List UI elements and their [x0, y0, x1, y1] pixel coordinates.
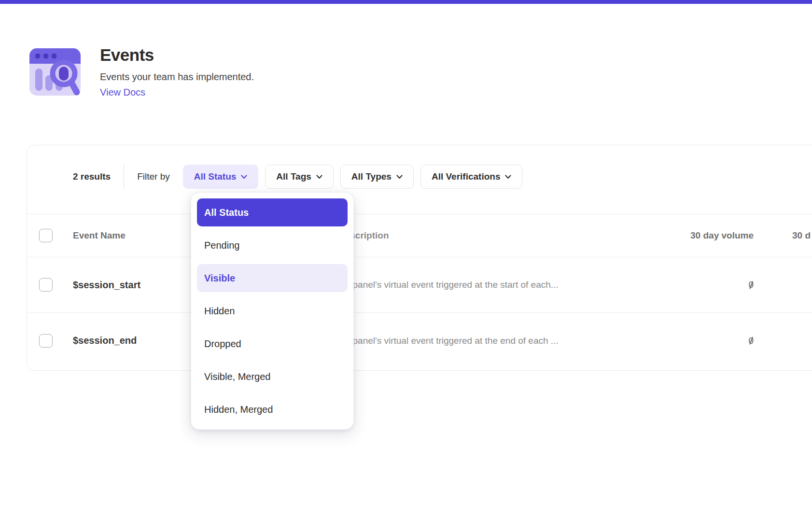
event-30-day-volume: 0 — [628, 280, 780, 290]
slashed-zero-value: 0 — [748, 336, 754, 346]
table-row: $session_end Mixpanel's virtual event tr… — [27, 313, 812, 368]
select-all-checkbox[interactable] — [39, 229, 53, 242]
filter-button-verifications[interactable]: All Verifications — [420, 165, 523, 189]
select-all-cell — [27, 229, 66, 242]
row-checkbox[interactable] — [39, 334, 53, 348]
filter-toolbar: 2 results Filter by All Status All Tags … — [73, 165, 812, 189]
event-description: Mixpanel's virtual event triggered at th… — [329, 280, 628, 290]
table-header-row: Event Name Description 30 day volume 30 … — [27, 214, 812, 257]
dropdown-option-hidden-merged[interactable]: Hidden, Merged — [197, 395, 348, 423]
slashed-zero-value: 0 — [748, 280, 754, 290]
filter-button-verifications-label: All Verifications — [432, 171, 501, 182]
filter-button-types-label: All Types — [351, 171, 392, 182]
row-checkbox[interactable] — [39, 278, 53, 292]
page-title: Events — [100, 45, 254, 65]
filter-button-status[interactable]: All Status — [183, 165, 259, 189]
event-30-day-volume: 0 — [628, 336, 780, 346]
row-select-cell — [27, 334, 66, 348]
chevron-down-icon — [316, 175, 322, 179]
results-count: 2 results — [73, 171, 111, 182]
dropdown-option-visible-merged[interactable]: Visible, Merged — [197, 363, 348, 391]
table-row: $session_start Mixpanel's virtual event … — [27, 257, 812, 313]
status-filter-dropdown: All Status Pending Visible Hidden Droppe… — [191, 192, 354, 430]
dropdown-option-pending[interactable]: Pending — [197, 231, 348, 259]
page-header: Events Events your team has implemented.… — [27, 43, 254, 100]
dropdown-option-all-status[interactable]: All Status — [197, 198, 348, 226]
row-select-cell — [27, 278, 66, 292]
event-description: Mixpanel's virtual event triggered at th… — [329, 336, 628, 346]
filter-button-types[interactable]: All Types — [340, 165, 414, 189]
page-subtitle: Events your team has implemented. — [100, 71, 254, 83]
view-docs-link[interactable]: View Docs — [100, 87, 254, 98]
dropdown-option-hidden[interactable]: Hidden — [197, 297, 348, 325]
toolbar-divider — [124, 165, 124, 189]
chevron-down-icon — [396, 175, 403, 179]
column-header-30-day-clipped[interactable]: 30 d — [780, 230, 812, 241]
dropdown-option-dropped[interactable]: Dropped — [197, 330, 348, 358]
top-accent-bar — [0, 0, 812, 4]
chevron-down-icon — [505, 175, 511, 179]
chevron-down-icon — [241, 175, 247, 179]
column-header-description[interactable]: Description — [329, 230, 628, 241]
filter-by-label: Filter by — [137, 171, 170, 182]
filter-button-tags-label: All Tags — [276, 171, 311, 182]
filter-button-tags[interactable]: All Tags — [265, 165, 334, 189]
filter-button-status-label: All Status — [194, 171, 237, 182]
events-report-icon — [27, 43, 84, 100]
column-header-30-day-volume[interactable]: 30 day volume — [628, 230, 780, 241]
dropdown-option-visible[interactable]: Visible — [197, 264, 348, 292]
events-card: 2 results Filter by All Status All Tags … — [27, 145, 812, 371]
